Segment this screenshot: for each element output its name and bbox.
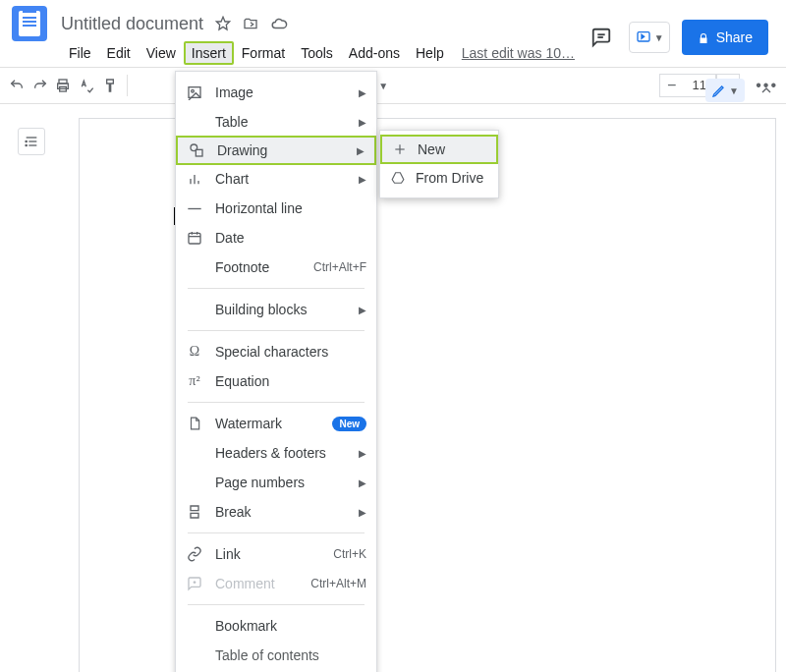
drawing-submenu: New From Drive (379, 130, 499, 198)
insert-table[interactable]: Table ▶ (176, 107, 376, 137)
undo-button[interactable] (8, 75, 26, 96)
menu-help[interactable]: Help (408, 41, 452, 65)
menu-addons[interactable]: Add-ons (341, 41, 408, 65)
drawing-from-drive[interactable]: From Drive (380, 163, 498, 193)
move-icon[interactable] (243, 16, 258, 31)
insert-watermark[interactable]: Watermark New (176, 409, 376, 438)
watermark-icon (186, 416, 203, 431)
lock-icon (698, 32, 708, 43)
insert-special-characters[interactable]: Ω Special characters (176, 337, 376, 366)
chevron-right-icon: ▶ (359, 477, 366, 488)
styles-dropdown[interactable]: ▼ (378, 81, 388, 91)
menu-tools[interactable]: Tools (293, 41, 341, 65)
insert-link[interactable]: Link Ctrl+K (176, 539, 376, 569)
docs-logo[interactable] (12, 6, 47, 41)
spellcheck-button[interactable] (78, 75, 95, 96)
mode-switcher[interactable]: ▼ (705, 79, 745, 102)
image-icon (186, 84, 203, 100)
last-edit-link[interactable]: Last edit was 10… (462, 45, 575, 61)
break-icon (186, 504, 203, 520)
insert-building-blocks[interactable]: Building blocks ▶ (176, 295, 376, 324)
pi-icon: π² (186, 373, 203, 389)
calendar-icon (186, 230, 203, 246)
redo-button[interactable] (31, 75, 49, 96)
insert-footnote[interactable]: Footnote Ctrl+Alt+F (176, 252, 376, 282)
svg-point-10 (26, 140, 27, 141)
svg-point-11 (26, 144, 27, 145)
font-size-decrease[interactable]: − (659, 74, 683, 97)
chevron-right-icon: ▶ (359, 507, 366, 518)
share-button[interactable]: Share (682, 20, 768, 55)
share-button-label: Share (716, 29, 753, 45)
chevron-right-icon: ▶ (357, 145, 365, 156)
drawing-from-drive-label: From Drive (416, 170, 483, 186)
print-button[interactable] (54, 75, 72, 96)
chevron-right-icon: ▶ (359, 305, 366, 315)
plus-icon (392, 142, 408, 156)
chevron-right-icon: ▶ (359, 174, 366, 185)
insert-break[interactable]: Break ▶ (176, 497, 376, 527)
drawing-new[interactable]: New (380, 135, 498, 164)
omega-icon: Ω (186, 344, 203, 360)
toolbar: ▼ − 11 + ••• (0, 67, 786, 104)
menu-edit[interactable]: Edit (99, 41, 139, 65)
insert-toc[interactable]: Table of contents (176, 641, 376, 670)
insert-equation[interactable]: π² Equation (176, 366, 376, 396)
open-comments-button[interactable] (586, 22, 617, 53)
insert-drawing[interactable]: Drawing ▶ (176, 136, 376, 165)
paint-format-button[interactable] (101, 75, 119, 96)
svg-rect-15 (196, 149, 202, 156)
menu-view[interactable]: View (139, 41, 184, 65)
insert-bookmark[interactable]: Bookmark (176, 611, 376, 641)
menu-file[interactable]: File (61, 41, 99, 65)
drawing-icon (188, 142, 205, 158)
horizontal-line-icon (186, 207, 203, 210)
hide-menus-button[interactable] (758, 83, 774, 98)
link-icon (186, 546, 203, 562)
insert-page-numbers[interactable]: Page numbers ▶ (176, 468, 376, 497)
chart-icon (186, 171, 203, 187)
insert-date[interactable]: Date (176, 223, 376, 252)
svg-marker-28 (392, 173, 404, 184)
present-button[interactable]: ▼ (629, 22, 670, 53)
chevron-right-icon: ▶ (359, 87, 366, 98)
chevron-right-icon: ▶ (359, 117, 366, 128)
menu-format[interactable]: Format (234, 41, 293, 65)
drawing-new-label: New (418, 141, 445, 157)
document-title[interactable]: Untitled document (61, 14, 203, 34)
insert-image[interactable]: Image ▶ (176, 78, 376, 107)
insert-chart[interactable]: Chart ▶ (176, 164, 376, 194)
svg-point-13 (192, 89, 195, 92)
svg-rect-20 (189, 233, 200, 244)
menu-insert[interactable]: Insert (184, 41, 234, 65)
insert-headers-footers[interactable]: Headers & footers ▶ (176, 438, 376, 468)
svg-marker-0 (216, 17, 229, 29)
comment-icon (186, 576, 203, 591)
insert-menu-dropdown: Image ▶ Table ▶ Drawing ▶ Chart ▶ Horizo… (175, 71, 377, 672)
new-badge: New (332, 417, 366, 431)
insert-horizontal-line[interactable]: Horizontal line (176, 194, 376, 223)
chevron-right-icon: ▶ (359, 448, 366, 459)
document-outline-button[interactable] (18, 128, 45, 155)
cloud-status-icon[interactable] (270, 15, 288, 32)
drive-icon (390, 171, 406, 185)
star-icon[interactable] (215, 16, 231, 31)
insert-comment: Comment Ctrl+Alt+M (176, 569, 376, 598)
